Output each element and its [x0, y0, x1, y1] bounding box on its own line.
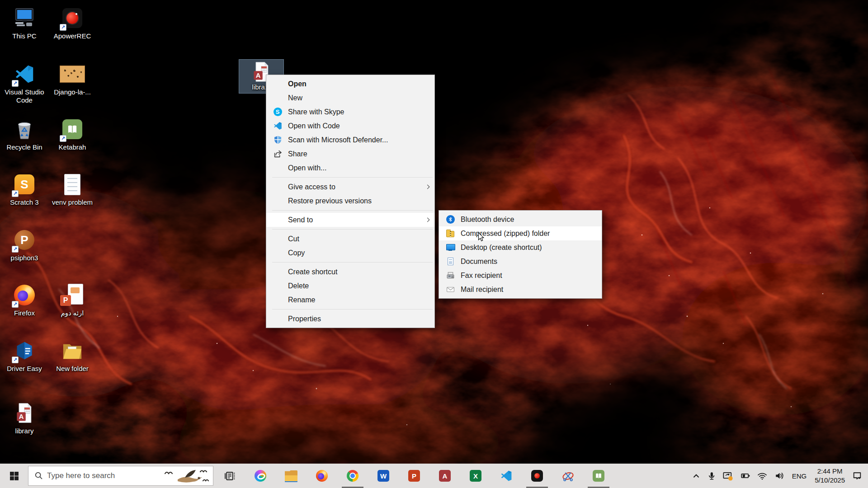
menu-item-label: Bluetooth device	[461, 216, 514, 224]
desktop-icon-label: Firefox	[14, 309, 35, 317]
taskbar-clock[interactable]: 2:44 PM 5/10/2025	[811, 467, 849, 485]
taskbar-app-powerpoint[interactable]: P	[399, 464, 429, 488]
taskbar-app-file-explorer[interactable]	[276, 464, 307, 488]
desktop-icon-new-folder[interactable]: New folder	[51, 338, 94, 373]
desktop-icon-this-pc[interactable]: This PC	[3, 5, 46, 40]
menu-item-restore-previous-versions[interactable]: Restore previous versions	[266, 194, 434, 208]
desktop-icon-django-la[interactable]: Django-la-...	[51, 61, 94, 96]
menu-item-mail-recipient[interactable]: Mail recipient	[439, 282, 602, 296]
menu-item-copy[interactable]: Copy	[266, 246, 434, 260]
taskbar-app-vscode[interactable]	[491, 464, 522, 488]
taskbar-search[interactable]	[28, 466, 213, 486]
desktop-icon-label: This PC	[12, 32, 36, 40]
action-center-button[interactable]	[849, 464, 865, 488]
battery-icon	[740, 470, 750, 481]
desktop-icon-library[interactable]: Alibrary	[3, 400, 46, 435]
menu-item-bluetooth-device[interactable]: Bluetooth device	[439, 212, 602, 226]
menu-icon-spacer	[273, 295, 283, 305]
menu-item-label: Open with...	[288, 164, 326, 172]
send-to-submenu: Bluetooth deviceCompressed (zipped) fold…	[439, 210, 602, 299]
menu-item-label: Fax recipient	[461, 272, 502, 280]
taskbar-app-firefox[interactable]	[307, 464, 337, 488]
menu-separator	[272, 210, 433, 211]
taskbar-apps: WPAX	[214, 464, 614, 488]
menu-separator	[272, 229, 433, 230]
desktop-icon-scratch-3[interactable]: SScratch 3	[3, 172, 46, 206]
tray-wifi-button[interactable]	[754, 464, 771, 488]
submenu-chevron-icon	[425, 218, 430, 222]
menu-separator	[272, 309, 433, 310]
desktop-icon-psiphon3[interactable]: Ppsiphon3	[3, 227, 46, 262]
desktop-icon-label: ApowerREC	[54, 32, 91, 40]
submenu-chevron-icon	[425, 185, 430, 189]
firefox-icon	[12, 282, 37, 308]
menu-icon-spacer	[273, 215, 283, 225]
share-icon	[273, 149, 283, 159]
menu-item-fax-recipient[interactable]: Fax recipient	[439, 268, 602, 282]
taskbar-app-snipping-tool[interactable]	[552, 464, 583, 488]
tray-cast-screen-button[interactable]	[719, 464, 736, 488]
taskbar-app-apowerrec[interactable]	[522, 464, 552, 488]
tray-volume-button[interactable]	[771, 464, 788, 488]
menu-item-cut[interactable]: Cut	[266, 232, 434, 246]
excel-icon: X	[470, 470, 481, 482]
ppt-file-icon: P	[60, 282, 85, 308]
snipping-tool-icon	[562, 470, 574, 482]
desktop-icon-firefox[interactable]: Firefox	[3, 282, 46, 317]
menu-item-properties[interactable]: Properties	[266, 312, 434, 326]
menu-item-share[interactable]: Share	[266, 147, 434, 161]
word-icon: W	[377, 470, 389, 482]
task-view-icon	[224, 470, 236, 482]
tray-microphone-button[interactable]	[704, 464, 719, 488]
menu-item-open-with-code[interactable]: Open with Code	[266, 119, 434, 133]
menu-item-rename[interactable]: Rename	[266, 293, 434, 307]
menu-item-compressed-zipped-folder[interactable]: Compressed (zipped) folder	[439, 226, 602, 240]
taskbar-app-ketabrah[interactable]	[583, 464, 614, 488]
svg-text:A: A	[256, 72, 261, 79]
clock-time: 2:44 PM	[817, 467, 843, 476]
powerpoint-icon: P	[408, 470, 420, 482]
menu-item-open-with[interactable]: Open with...	[266, 161, 434, 175]
tray-chevron-up-button[interactable]	[689, 464, 704, 488]
menu-item-share-with-skype[interactable]: SShare with Skype	[266, 105, 434, 119]
mail-icon	[445, 285, 455, 295]
menu-item-create-shortcut[interactable]: Create shortcut	[266, 265, 434, 279]
apowerrec-icon	[531, 470, 543, 482]
windows-logo-icon	[9, 471, 19, 481]
desktop-icon-ketabrah[interactable]: Ketabrah	[51, 117, 94, 151]
start-button[interactable]	[0, 464, 28, 488]
cast-screen-icon	[722, 470, 733, 481]
desktop-icon-label: Visual Studio Code	[4, 88, 45, 104]
menu-icon-spacer	[273, 234, 283, 244]
menu-item-desktop-create-shortcut[interactable]: Desktop (create shortcut)	[439, 240, 602, 254]
desktop-icon-visual-studio-code[interactable]: Visual Studio Code	[3, 61, 46, 104]
desktop-icon-apowerrec[interactable]: ApowerREC	[51, 5, 94, 40]
menu-item-documents[interactable]: Documents	[439, 254, 602, 268]
taskbar-app-word[interactable]: W	[368, 464, 399, 488]
menu-item-give-access-to[interactable]: Give access to	[266, 180, 434, 194]
menu-item-scan-with-microsoft-defender[interactable]: Scan with Microsoft Defender...	[266, 133, 434, 147]
zip-folder-icon	[445, 229, 455, 239]
mouse-cursor	[478, 232, 484, 242]
scratch-icon: S	[12, 172, 37, 197]
search-input[interactable]	[43, 471, 213, 481]
taskbar-app-chrome[interactable]	[337, 464, 368, 488]
taskbar-app-copilot[interactable]	[245, 464, 276, 488]
menu-item-label: Share	[288, 150, 307, 158]
tray-battery-button[interactable]	[736, 464, 754, 488]
desktop-icon-ppt-file-10[interactable]: Pارئه دوم	[51, 282, 94, 317]
menu-item-send-to[interactable]: Send to	[266, 213, 434, 227]
desktop-icon-label: New folder	[56, 365, 89, 373]
menu-item-open[interactable]: Open	[266, 77, 434, 91]
menu-item-delete[interactable]: Delete	[266, 279, 434, 293]
taskbar-app-task-view[interactable]	[214, 464, 245, 488]
desktop-icon-driver-easy[interactable]: Driver Easy	[3, 338, 46, 373]
desktop-icon-recycle-bin[interactable]: Recycle Bin	[3, 117, 46, 151]
taskbar-app-excel[interactable]: X	[460, 464, 491, 488]
menu-icon-spacer	[273, 79, 283, 89]
menu-item-new[interactable]: New	[266, 91, 434, 105]
language-indicator[interactable]: ENG	[788, 472, 811, 480]
desktop-icon-venv-problem[interactable]: venv problem	[51, 172, 94, 206]
taskbar-app-access[interactable]: A	[429, 464, 460, 488]
taskbar: WPAX ENG 2:44 PM 5/10/2025	[0, 464, 868, 488]
